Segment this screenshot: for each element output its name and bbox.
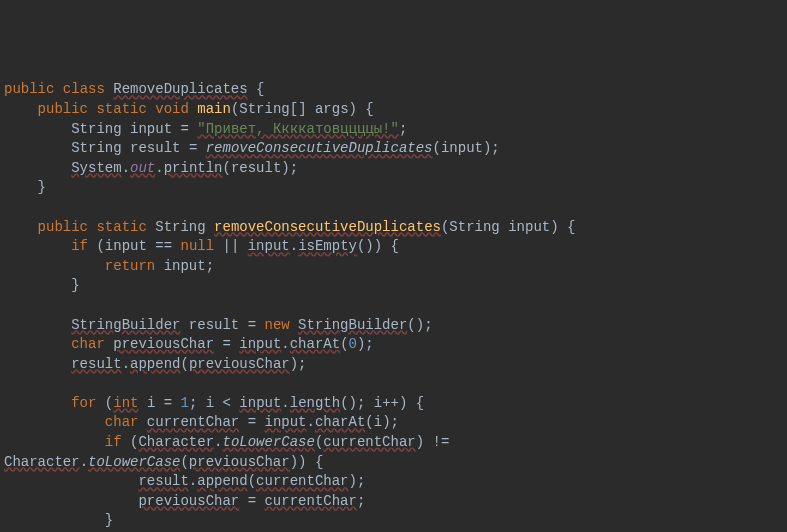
line-14: char previousChar = input.charAt(0); xyxy=(71,336,374,352)
semi: ; xyxy=(189,395,197,411)
num-1: 1 xyxy=(181,395,189,411)
paren: ) xyxy=(365,238,373,254)
kw-return: return xyxy=(105,258,155,274)
paren: ( xyxy=(96,238,104,254)
paren: ) xyxy=(374,238,382,254)
dot: . xyxy=(290,238,298,254)
type-sb: StringBuilder xyxy=(298,317,407,333)
method-call: removeConsecutiveDuplicates xyxy=(206,140,433,156)
ident-current: currentChar xyxy=(264,493,356,509)
ident-input: input xyxy=(239,395,281,411)
line-4: String result = removeConsecutiveDuplica… xyxy=(71,140,500,156)
ident-input: input xyxy=(130,121,172,137)
semi: ; xyxy=(399,121,407,137)
op-neq: != xyxy=(433,434,450,450)
line-9: if (input == null || input.isEmpty()) { xyxy=(71,238,399,254)
ident-result: result xyxy=(130,140,180,156)
type-string: String xyxy=(449,219,499,235)
op-inc: ++ xyxy=(382,395,399,411)
paren: ( xyxy=(407,317,415,333)
line-18: char currentChar = input.charAt(i); xyxy=(105,414,399,430)
line-3: String input = "Привет, Ккккатовццццы!"; xyxy=(71,121,407,137)
kw-char: char xyxy=(105,414,139,430)
paren: ( xyxy=(180,356,188,372)
semi: ; xyxy=(290,160,298,176)
paren: ( xyxy=(340,336,348,352)
line-5: System.out.println(result); xyxy=(71,160,298,176)
ident-input: input xyxy=(164,258,206,274)
semi: ; xyxy=(491,140,499,156)
dot: . xyxy=(122,356,130,372)
op-eq: = xyxy=(248,493,256,509)
type-character: Character xyxy=(4,454,80,470)
code-editor: public class RemoveDuplicates { public s… xyxy=(0,78,787,532)
ident-args: args xyxy=(315,101,349,117)
paren: ( xyxy=(248,473,256,489)
paren: ) xyxy=(416,317,424,333)
dot: . xyxy=(307,414,315,430)
string-literal: "Привет, Ккккатовццццы!" xyxy=(197,121,399,137)
line-20: Character.toLowerCase(previousChar)) { xyxy=(4,454,323,470)
brace-close: } xyxy=(38,179,46,195)
method-length: length xyxy=(290,395,340,411)
paren: ) xyxy=(349,473,357,489)
op-eq: = xyxy=(248,414,256,430)
ident-input: input xyxy=(239,336,281,352)
ident-prev: previousChar xyxy=(113,336,214,352)
ident-current: currentChar xyxy=(323,434,415,450)
brace-open: { xyxy=(315,454,323,470)
paren: ( xyxy=(340,395,348,411)
op-lt: < xyxy=(223,395,231,411)
line-15: result.append(previousChar); xyxy=(71,356,306,372)
type-string: String xyxy=(71,140,121,156)
brace-open: { xyxy=(391,238,399,254)
kw-static: static xyxy=(96,101,146,117)
paren: ) xyxy=(349,395,357,411)
ident-prev: previousChar xyxy=(189,454,290,470)
kw-static: static xyxy=(96,219,146,235)
semi: ; xyxy=(391,414,399,430)
type-sb: StringBuilder xyxy=(71,317,180,333)
bracket: [ xyxy=(290,101,298,117)
method-charat: charAt xyxy=(290,336,340,352)
type-string: String xyxy=(71,121,121,137)
op-eq: = xyxy=(164,395,172,411)
op-eq: = xyxy=(248,317,256,333)
line-13: StringBuilder result = new StringBuilder… xyxy=(71,317,432,333)
type-string: String xyxy=(239,101,289,117)
op-eqeq: == xyxy=(155,238,172,254)
ident-result: result xyxy=(71,356,121,372)
brace-close: } xyxy=(71,277,79,293)
type-character: Character xyxy=(138,434,214,450)
ident-i: i xyxy=(206,395,214,411)
kw-public: public xyxy=(38,219,88,235)
kw-public: public xyxy=(4,81,54,97)
kw-null: null xyxy=(180,238,214,254)
ident-i: i xyxy=(374,414,382,430)
paren: ) xyxy=(550,219,558,235)
type-string: String xyxy=(155,219,205,235)
semi: ; xyxy=(206,258,214,274)
ident-i: i xyxy=(374,395,382,411)
paren: ( xyxy=(105,395,113,411)
method-charat: charAt xyxy=(315,414,365,430)
method-main: main xyxy=(197,101,231,117)
brace-open: { xyxy=(365,101,373,117)
semi: ; xyxy=(357,473,365,489)
kw-int: int xyxy=(113,395,138,411)
method-append: append xyxy=(197,473,247,489)
dot: . xyxy=(281,336,289,352)
ident-current: currentChar xyxy=(256,473,348,489)
kw-public: public xyxy=(38,101,88,117)
brace-open: { xyxy=(256,81,264,97)
method-tolower: toLowerCase xyxy=(222,434,314,450)
line-1: public class RemoveDuplicates { xyxy=(4,81,264,97)
method-println: println xyxy=(164,160,223,176)
ident-result: result xyxy=(189,317,239,333)
paren: ) xyxy=(399,395,407,411)
kw-new: new xyxy=(264,317,289,333)
dot: . xyxy=(189,473,197,489)
op-oror: || xyxy=(223,238,240,254)
field-out: out xyxy=(130,160,155,176)
bracket: ] xyxy=(298,101,306,117)
